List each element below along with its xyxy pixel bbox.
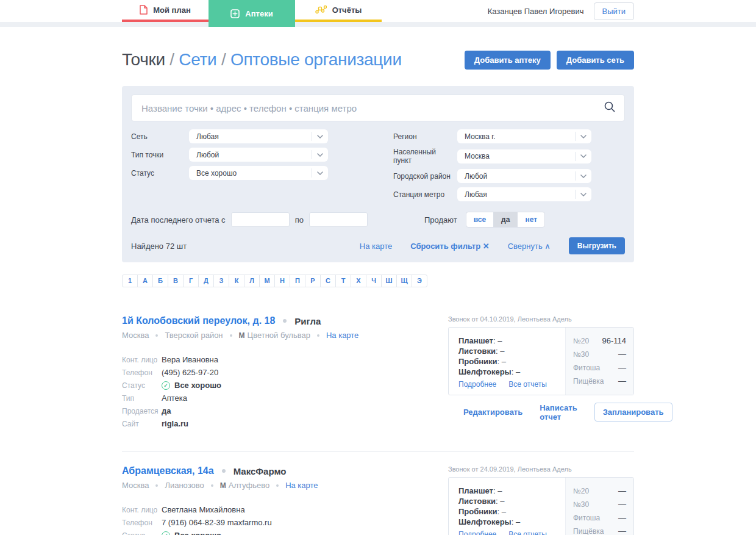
point-meta: МоскваТверской районМЦветной бульварНа к… xyxy=(122,331,424,340)
stat-value: — xyxy=(618,500,626,509)
network-select[interactable]: Любая xyxy=(189,129,328,143)
document-icon xyxy=(140,5,148,15)
tab-reports[interactable]: Отчёты xyxy=(295,0,382,22)
point-city: Москва xyxy=(122,331,149,340)
filter-label: Городской район xyxy=(393,172,457,181)
stat-label: №20 xyxy=(573,337,589,345)
map-link[interactable]: На карте xyxy=(285,481,318,490)
field-row: Телефон7 (916) 064-82-39 maxfarmo.ru xyxy=(122,518,424,527)
metro-icon: М xyxy=(239,331,245,340)
field-row: Статус✓Все хорошо xyxy=(122,531,424,535)
filter-label: Станция метро xyxy=(393,190,457,199)
report-line: Шелфтокеры: – xyxy=(458,517,562,527)
alphabet-letter[interactable]: Ш xyxy=(381,275,397,287)
alphabet-letter[interactable]: Р xyxy=(305,275,321,287)
stat-label: №20 xyxy=(573,487,589,495)
alphabet-letter[interactable]: Щ xyxy=(396,275,412,287)
collapse-label: Свернуть xyxy=(508,242,543,251)
on-map-link[interactable]: На карте xyxy=(360,242,392,251)
alphabet-letter[interactable]: Ч xyxy=(366,275,382,287)
stat-value: — xyxy=(618,526,626,535)
sell-option-yes[interactable]: да xyxy=(493,212,517,227)
field-value: да xyxy=(162,406,171,415)
alphabet-letter[interactable]: Т xyxy=(335,275,351,287)
alphabet-letter[interactable]: Д xyxy=(198,275,214,287)
stat-row: №20— xyxy=(573,486,626,495)
report-line: Листовки: – xyxy=(458,496,562,506)
filter-panel: Сеть Любая Тип точки Любой Статус xyxy=(122,86,634,262)
tab-my-plan[interactable]: Мой план xyxy=(122,0,209,22)
field-value: Вера Ивановна xyxy=(162,355,218,364)
alphabet-letter[interactable]: З xyxy=(213,275,229,287)
all-reports-link[interactable]: Все отчеты xyxy=(508,380,547,389)
add-network-button[interactable]: Добавить сеть xyxy=(557,51,634,70)
search-input[interactable] xyxy=(141,103,604,113)
alphabet-letter[interactable]: А xyxy=(137,275,153,287)
chevron-down-icon xyxy=(575,190,591,199)
filter-label: Населенный пункт xyxy=(393,148,457,165)
date-from-label: Дата последнего отчета с xyxy=(131,215,226,224)
alphabet-letter[interactable]: С xyxy=(320,275,336,287)
point-network-name: МаксФармо xyxy=(234,466,287,476)
field-row: ТипАптека xyxy=(122,393,424,403)
report-line: Пробники: – xyxy=(458,356,562,367)
alphabet-letter[interactable]: Г xyxy=(183,275,199,287)
point-title-link[interactable]: 1й Колобовский переулок, д. 18 xyxy=(122,315,275,326)
write-report-link[interactable]: Написать отчет xyxy=(540,403,577,422)
chart-icon xyxy=(315,5,327,14)
details-link[interactable]: Подробнее xyxy=(458,530,496,535)
report-line-label: Листовки xyxy=(458,497,496,506)
reset-filter-label: Сбросить фильтр xyxy=(410,242,480,251)
select-value: Любая xyxy=(196,132,312,141)
status-ok-icon: ✓ xyxy=(162,531,170,535)
points-list: 1й Колобовский переулок, д. 18 Ригла Мос… xyxy=(122,302,634,535)
all-reports-link[interactable]: Все отчеты xyxy=(508,530,547,535)
top-navigation-bar: Мой план Аптеки Отчёты Казанцев Павел Иг… xyxy=(0,0,756,22)
settlement-select[interactable]: Москва xyxy=(457,149,591,163)
alphabet-letter[interactable]: В xyxy=(168,275,184,287)
add-pharmacy-button[interactable]: Добавить аптеку xyxy=(465,51,551,70)
point-type-select[interactable]: Любой xyxy=(189,148,328,162)
reset-filter-link[interactable]: Сбросить фильтр ✕ xyxy=(410,242,489,251)
alphabet-letter[interactable]: 1 xyxy=(122,275,138,287)
logout-button[interactable]: Выйти xyxy=(594,2,635,20)
collapse-link[interactable]: Свернуть ∧ xyxy=(508,242,551,251)
region-select[interactable]: Москва г. xyxy=(457,129,591,143)
map-link[interactable]: На карте xyxy=(326,331,358,340)
schedule-button[interactable]: Запланировать xyxy=(594,403,672,422)
report-lines: Планшет: –Листовки: –Пробники: –Шелфтоке… xyxy=(458,336,562,377)
details-link[interactable]: Подробнее xyxy=(458,380,496,389)
status-ok-icon: ✓ xyxy=(162,381,170,390)
metro-station-select[interactable]: Любая xyxy=(457,187,591,201)
alphabet-letter[interactable]: Н xyxy=(274,275,290,287)
filter-column-left: Сеть Любая Тип точки Любой Статус xyxy=(131,129,328,206)
alphabet-letter[interactable]: К xyxy=(229,275,244,287)
alphabet-letter[interactable]: Л xyxy=(244,275,260,287)
alphabet-letter[interactable]: Э xyxy=(412,275,427,287)
city-district-select[interactable]: Любой xyxy=(457,169,591,183)
tab-label: Аптеки xyxy=(245,9,273,18)
date-to-input[interactable] xyxy=(309,212,368,227)
tab-pharmacies[interactable]: Аптеки xyxy=(209,0,295,27)
alphabet-letter[interactable]: Б xyxy=(152,275,168,287)
edit-link[interactable]: Редактировать xyxy=(463,408,522,417)
breadcrumb-nets-link[interactable]: Сети xyxy=(179,50,216,69)
search-icon[interactable] xyxy=(604,101,616,115)
sell-segmented-control: все да нет xyxy=(466,212,545,228)
alphabet-letter[interactable]: М xyxy=(259,275,275,287)
point-title-link[interactable]: Абрамцевская, 14а xyxy=(122,465,214,476)
date-from-input[interactable] xyxy=(231,212,290,227)
field-label: Статус xyxy=(122,381,162,390)
export-button[interactable]: Выгрузить xyxy=(569,237,625,254)
report-line-label: Планшет xyxy=(458,486,493,495)
status-select[interactable]: Все хорошо xyxy=(189,166,328,180)
alphabet-letter[interactable]: Х xyxy=(351,275,366,287)
breadcrumb-wholesale-link[interactable]: Оптовые организации xyxy=(230,50,402,69)
stat-row: Пищёвка— xyxy=(573,526,626,535)
sell-option-no[interactable]: нет xyxy=(517,212,544,227)
sell-option-all[interactable]: все xyxy=(466,212,493,227)
plus-icon xyxy=(230,9,240,18)
field-row: Статус✓Все хорошо xyxy=(122,381,424,390)
alphabet-letter[interactable]: П xyxy=(290,275,305,287)
breadcrumb-separator: / xyxy=(221,50,226,69)
